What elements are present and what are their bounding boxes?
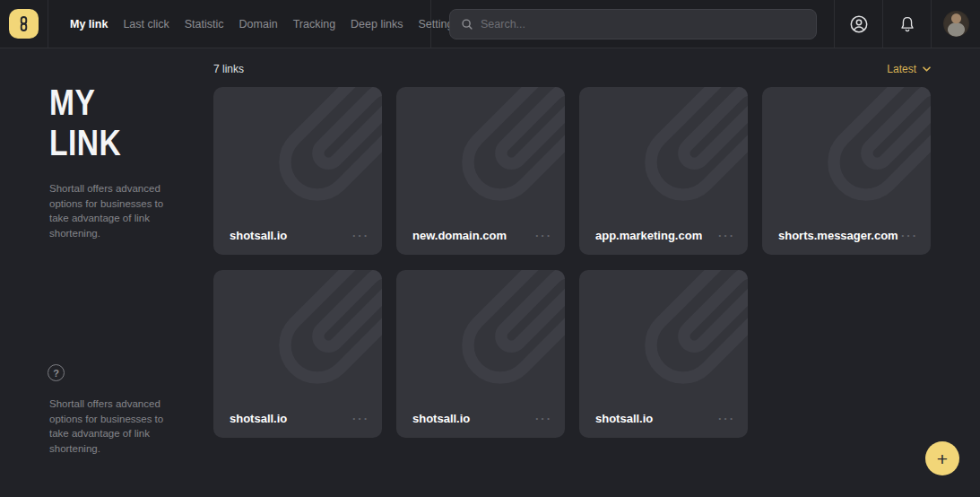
link-name: shotsall.io <box>412 412 470 425</box>
link-name: shotsall.io <box>230 229 287 242</box>
nav-my-link[interactable]: My link <box>70 18 108 31</box>
help-block: ? Shortall offers advanced options for b… <box>49 364 186 456</box>
card-menu-button[interactable]: ··· <box>901 231 918 240</box>
link-card[interactable]: app.marketing.com ··· <box>579 87 748 255</box>
links-count: 7 links <box>213 63 244 75</box>
link-card[interactable]: shotsall.io ··· <box>213 87 382 255</box>
content-header: 7 links Latest <box>213 48 931 82</box>
link-card[interactable]: shotsall.io ··· <box>579 270 748 438</box>
person-circle-icon <box>848 13 870 35</box>
link-name: shotsall.io <box>595 412 653 425</box>
paperclip-icon <box>789 87 931 238</box>
page-title: MY LINK <box>49 83 174 163</box>
link-card[interactable]: new.domain.com ··· <box>396 87 565 255</box>
account-cell <box>835 0 883 48</box>
nav-domain[interactable]: Domain <box>239 18 278 31</box>
account-button[interactable] <box>848 13 870 35</box>
paperclip-icon <box>240 270 382 421</box>
sidebar-description: Shortall offers advanced options for bus… <box>49 181 186 240</box>
card-menu-button[interactable]: ··· <box>718 414 735 423</box>
notifications-cell <box>883 0 932 48</box>
sidebar: MY LINK Shortall offers advanced options… <box>49 48 197 240</box>
paperclip-icon <box>240 87 382 238</box>
card-menu-button[interactable]: ··· <box>535 414 552 423</box>
avatar-cell <box>932 0 980 48</box>
link-card[interactable]: shorts.messager.com ··· <box>762 87 931 255</box>
search-input[interactable] <box>481 18 805 31</box>
bell-icon <box>898 14 917 34</box>
link-name: app.marketing.com <box>595 229 702 242</box>
add-link-button[interactable]: + <box>925 441 959 475</box>
link-name: new.domain.com <box>412 229 507 242</box>
chain-link-icon <box>15 15 32 32</box>
nav-last-click[interactable]: Last click <box>123 18 169 31</box>
nav-tracking[interactable]: Tracking <box>293 18 335 31</box>
paperclip-icon <box>606 87 748 238</box>
link-card[interactable]: shotsall.io ··· <box>396 270 565 438</box>
search-cell <box>431 0 835 48</box>
card-menu-button[interactable]: ··· <box>352 231 369 240</box>
search-box[interactable] <box>449 9 817 39</box>
link-name: shorts.messager.com <box>778 229 898 242</box>
page-body: MY LINK Shortall offers advanced options… <box>0 48 980 496</box>
app-logo-button[interactable] <box>9 9 39 39</box>
help-icon[interactable]: ? <box>48 364 65 381</box>
sort-dropdown[interactable]: Latest <box>887 63 931 75</box>
main-nav: My link Last click Statistic Domain Trac… <box>48 0 431 48</box>
card-menu-button[interactable]: ··· <box>535 231 552 240</box>
search-icon <box>461 18 473 31</box>
link-card[interactable]: shotsall.io ··· <box>213 270 382 438</box>
paperclip-icon <box>423 270 565 421</box>
nav-deep-links[interactable]: Deep links <box>351 18 403 31</box>
card-menu-button[interactable]: ··· <box>352 414 369 423</box>
chevron-down-icon <box>923 66 931 72</box>
links-grid: shotsall.io ··· new.domain.com ··· a <box>213 87 931 438</box>
page-title-line2: LINK <box>49 123 174 163</box>
paperclip-icon <box>606 270 748 421</box>
nav-statistic[interactable]: Statistic <box>185 18 224 31</box>
logo-cell <box>0 0 48 48</box>
page-title-line1: MY <box>49 83 174 123</box>
card-menu-button[interactable]: ··· <box>718 231 735 240</box>
paperclip-icon <box>423 87 565 238</box>
sort-label: Latest <box>887 63 916 75</box>
top-nav: My link Last click Statistic Domain Trac… <box>0 0 980 48</box>
help-description: Shortall offers advanced options for bus… <box>49 397 186 456</box>
notifications-button[interactable] <box>898 14 917 34</box>
links-section: 7 links Latest shotsall.io ··· <box>213 48 931 438</box>
user-avatar[interactable] <box>943 11 969 37</box>
link-name: shotsall.io <box>230 412 287 425</box>
